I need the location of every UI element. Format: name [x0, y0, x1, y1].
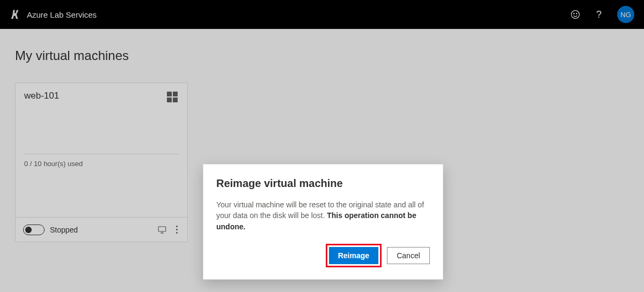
- cancel-button[interactable]: Cancel: [387, 247, 430, 264]
- dialog-footer: Reimage Cancel: [216, 244, 430, 267]
- dialog-title: Reimage virtual machine: [216, 177, 430, 190]
- reimage-dialog: Reimage virtual machine Your virtual mac…: [203, 164, 443, 280]
- reimage-highlight: Reimage: [326, 244, 382, 267]
- dialog-body: Your virtual machine will be reset to th…: [216, 199, 430, 232]
- reimage-button[interactable]: Reimage: [329, 247, 378, 264]
